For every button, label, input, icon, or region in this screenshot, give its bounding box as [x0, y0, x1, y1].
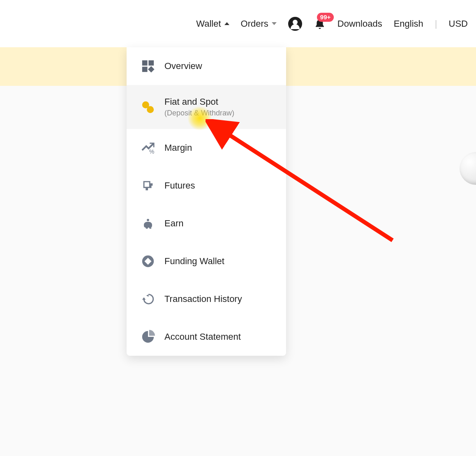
futures-icon	[141, 178, 155, 193]
menu-statement-label: Account Statement	[164, 332, 241, 342]
nav-downloads[interactable]: Downloads	[337, 18, 382, 29]
funding-icon	[141, 254, 155, 269]
nav-currency-label: USD	[449, 18, 468, 29]
menu-margin[interactable]: % Margin	[127, 129, 286, 167]
svg-text:$: $	[147, 297, 150, 302]
nav-wallet[interactable]: Wallet	[196, 18, 229, 29]
menu-earn-label: Earn	[164, 218, 183, 229]
nav-orders-label: Orders	[241, 18, 268, 29]
menu-history[interactable]: $ Transaction History	[127, 280, 286, 318]
nav-downloads-label: Downloads	[337, 18, 382, 29]
svg-marker-3	[148, 66, 155, 73]
nav-divider: |	[435, 18, 437, 29]
menu-overview[interactable]: Overview	[127, 47, 286, 85]
menu-overview-label: Overview	[164, 61, 202, 71]
nav-currency[interactable]: USD	[449, 18, 468, 29]
menu-history-label: Transaction History	[164, 294, 242, 304]
svg-rect-0	[142, 60, 148, 66]
menu-fiat-spot-sub: (Deposit & Withdraw)	[164, 109, 234, 117]
top-nav: Wallet Orders 99+ Downloads English | US…	[0, 0, 476, 47]
nav-notifications[interactable]: 99+	[314, 18, 326, 30]
overview-icon	[141, 59, 155, 74]
svg-rect-1	[148, 60, 154, 66]
user-avatar-icon	[288, 17, 302, 31]
svg-text:%: %	[149, 148, 155, 155]
fiat-spot-icon	[141, 100, 155, 115]
menu-funding-label: Funding Wallet	[164, 256, 224, 267]
menu-margin-label: Margin	[164, 143, 192, 153]
margin-icon: %	[141, 140, 155, 155]
menu-earn[interactable]: Earn	[127, 205, 286, 242]
menu-futures[interactable]: Futures	[127, 167, 286, 205]
svg-rect-2	[142, 67, 148, 72]
menu-statement[interactable]: Account Statement	[127, 318, 286, 356]
svg-point-5	[147, 106, 154, 113]
menu-fiat-spot-label: Fiat and Spot	[164, 97, 234, 107]
nav-wallet-label: Wallet	[196, 18, 221, 29]
nav-language-label: English	[394, 18, 423, 29]
wallet-dropdown: Overview Fiat and Spot (Deposit & Withdr…	[127, 47, 286, 356]
caret-down-icon	[272, 22, 277, 25]
statement-icon	[141, 329, 155, 344]
menu-funding[interactable]: Funding Wallet	[127, 242, 286, 280]
caret-up-icon	[224, 22, 229, 25]
history-icon: $	[141, 292, 155, 306]
nav-language[interactable]: English	[394, 18, 423, 29]
menu-fiat-spot[interactable]: Fiat and Spot (Deposit & Withdraw)	[127, 85, 286, 129]
earn-icon	[141, 216, 155, 231]
nav-account[interactable]	[288, 17, 302, 31]
menu-futures-label: Futures	[164, 180, 195, 191]
notification-badge: 99+	[317, 13, 334, 22]
nav-orders[interactable]: Orders	[241, 18, 277, 29]
